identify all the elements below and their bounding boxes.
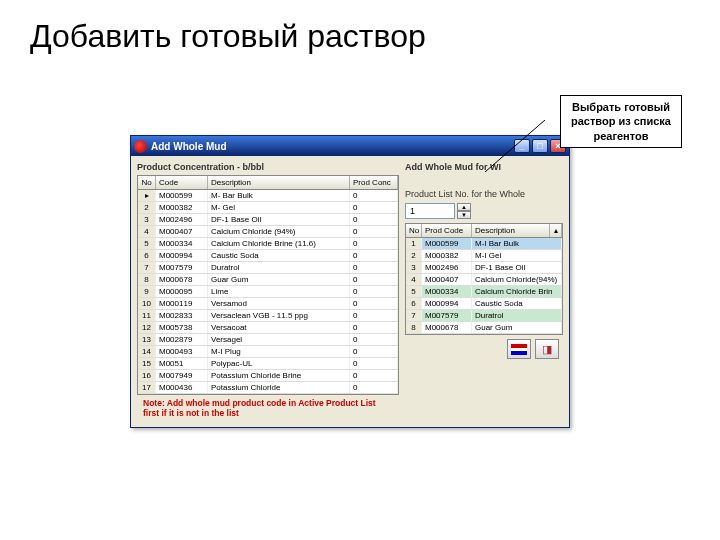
table-row[interactable]: 8M000678Guar Gum — [406, 322, 562, 334]
scroll-up-icon[interactable]: ▴ — [550, 224, 562, 237]
right-grid[interactable]: No Prod Code Description ▴ 1M000599M-I B… — [405, 223, 563, 335]
table-row[interactable]: 2M000382M-I Gel — [406, 250, 562, 262]
callout-line3: реагентов — [571, 129, 671, 143]
left-grid-header: No Code Description Prod Conc — [138, 176, 398, 190]
rcol-desc[interactable]: Description — [472, 224, 550, 237]
table-row[interactable]: 3M002496DF-1 Base Oil — [406, 262, 562, 274]
table-row[interactable]: 9M000095Lime0 — [138, 286, 398, 298]
exit-button[interactable]: ◨ — [535, 339, 559, 359]
col-conc[interactable]: Prod Conc — [350, 176, 398, 189]
svg-line-0 — [485, 120, 545, 172]
callout-box: Выбрать готовый раствор из списка реаген… — [560, 95, 682, 148]
col-code[interactable]: Code — [156, 176, 208, 189]
table-row[interactable]: 7M007579Duratrol0 — [138, 262, 398, 274]
table-row[interactable]: 17M000436Potassium Chloride0 — [138, 382, 398, 394]
table-row[interactable]: 5M000334Calcium Chloride Brin — [406, 286, 562, 298]
app-icon — [134, 140, 147, 153]
table-row[interactable]: 2M000382M- Gel0 — [138, 202, 398, 214]
table-row[interactable]: 6M000994Caustic Soda — [406, 298, 562, 310]
stepper-up-icon[interactable]: ▲ — [457, 203, 471, 211]
stepper[interactable]: ▲ ▼ — [457, 203, 471, 219]
left-pane: Product Concentration - b/bbl No Code De… — [137, 162, 399, 421]
col-desc[interactable]: Description — [208, 176, 350, 189]
right-grid-header: No Prod Code Description ▴ — [406, 224, 562, 238]
window-title: Add Whole Mud — [151, 141, 514, 152]
callout-line1: Выбрать готовый — [571, 100, 671, 114]
table-row[interactable]: 14M000493M-I Plug0 — [138, 346, 398, 358]
app-window: Add Whole Mud _ □ × Product Concentratio… — [130, 135, 570, 428]
table-row[interactable]: 1M000599M-I Bar Bulk — [406, 238, 562, 250]
right-sublabel: Product List No. for the Whole — [405, 189, 563, 199]
callout-connector — [485, 120, 545, 172]
callout-line2: раствор из списка — [571, 114, 671, 128]
door-icon: ◨ — [542, 343, 552, 356]
table-row[interactable]: 13M002879Versagel0 — [138, 334, 398, 346]
table-row[interactable]: 3M002496DF-1 Base Oil0 — [138, 214, 398, 226]
flag-icon — [511, 344, 527, 355]
table-row[interactable]: ▸M000599M- Bar Bulk0 — [138, 190, 398, 202]
table-row[interactable]: 4M000407Calcium Chloride(94%) — [406, 274, 562, 286]
table-row[interactable]: 16M007949Potassium Chloride Brine0 — [138, 370, 398, 382]
table-row[interactable]: 15M0051Polypac-UL0 — [138, 358, 398, 370]
flag-button[interactable] — [507, 339, 531, 359]
table-row[interactable]: 10M000119Versamod0 — [138, 298, 398, 310]
table-row[interactable]: 7M007579Duratrol — [406, 310, 562, 322]
col-no[interactable]: No — [138, 176, 156, 189]
rcol-code[interactable]: Prod Code — [422, 224, 472, 237]
table-row[interactable]: 11M002833Versaclean VGB - 11.5 ppg0 — [138, 310, 398, 322]
left-grid[interactable]: No Code Description Prod Conc ▸M000599M-… — [137, 175, 399, 395]
table-row[interactable]: 5M000334Calcium Chloride Brine (11.6)0 — [138, 238, 398, 250]
slide-title: Добавить готовый раствор — [0, 0, 720, 73]
rcol-no[interactable]: No — [406, 224, 422, 237]
list-no-input[interactable]: 1 — [405, 203, 455, 219]
left-pane-label: Product Concentration - b/bbl — [137, 162, 399, 172]
note-text: Note: Add whole mud product code in Acti… — [137, 395, 399, 421]
table-row[interactable]: 6M000994Caustic Soda0 — [138, 250, 398, 262]
table-row[interactable]: 8M000678Guar Gum0 — [138, 274, 398, 286]
right-pane: Add Whole Mud for WI Product List No. fo… — [405, 162, 563, 421]
table-row[interactable]: 4M000407Calcium Chloride (94%)0 — [138, 226, 398, 238]
table-row[interactable]: 12M005738Versacoat0 — [138, 322, 398, 334]
stepper-down-icon[interactable]: ▼ — [457, 211, 471, 219]
